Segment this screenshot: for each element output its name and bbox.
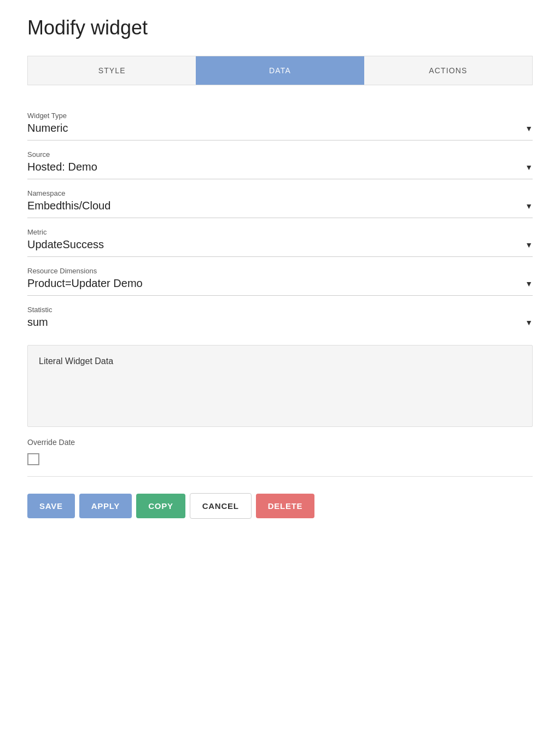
chevron-down-icon: ▼ — [525, 241, 533, 249]
action-buttons: SAVE APPLY COPY CANCEL DELETE — [27, 493, 533, 519]
literal-widget-box[interactable]: Literal Widget Data — [27, 345, 533, 427]
literal-widget-content — [39, 372, 521, 415]
override-date-label: Override Date — [27, 438, 533, 447]
widget-type-field: Widget Type Numeric ▼ — [27, 102, 533, 140]
widget-type-label: Widget Type — [27, 112, 533, 120]
widget-type-value: Numeric — [27, 122, 525, 134]
chevron-down-icon: ▼ — [525, 318, 533, 327]
cancel-button[interactable]: CANCEL — [190, 493, 252, 519]
namespace-field: Namespace Embedthis/Cloud ▼ — [27, 179, 533, 218]
resource-dimensions-value: Product=Updater Demo — [27, 277, 525, 290]
chevron-down-icon: ▼ — [525, 163, 533, 172]
metric-label: Metric — [27, 228, 533, 236]
delete-button[interactable]: DELETE — [256, 494, 315, 518]
namespace-select[interactable]: Embedthis/Cloud ▼ — [27, 200, 533, 212]
metric-field: Metric UpdateSuccess ▼ — [27, 218, 533, 257]
statistic-value: sum — [27, 316, 525, 329]
override-date-checkbox-wrapper — [27, 453, 533, 465]
resource-dimensions-field: Resource Dimensions Product=Updater Demo… — [27, 257, 533, 296]
source-select[interactable]: Hosted: Demo ▼ — [27, 161, 533, 173]
tab-data[interactable]: DATA — [196, 56, 364, 85]
metric-value: UpdateSuccess — [27, 238, 525, 251]
save-button[interactable]: SAVE — [27, 494, 75, 518]
chevron-down-icon: ▼ — [525, 279, 533, 288]
widget-type-select[interactable]: Numeric ▼ — [27, 122, 533, 134]
statistic-select[interactable]: sum ▼ — [27, 316, 533, 329]
statistic-field: Statistic sum ▼ — [27, 296, 533, 334]
literal-widget-section: Literal Widget Data — [27, 345, 533, 427]
tab-actions[interactable]: ACTIONS — [364, 56, 532, 85]
copy-button[interactable]: COPY — [136, 494, 185, 518]
page-title: Modify widget — [27, 16, 533, 39]
override-date-section: Override Date — [27, 438, 533, 477]
resource-dimensions-select[interactable]: Product=Updater Demo ▼ — [27, 277, 533, 290]
override-date-checkbox[interactable] — [27, 453, 39, 465]
namespace-value: Embedthis/Cloud — [27, 200, 525, 212]
form-section: Widget Type Numeric ▼ Source Hosted: Dem… — [27, 102, 533, 334]
source-label: Source — [27, 150, 533, 159]
chevron-down-icon: ▼ — [525, 202, 533, 210]
resource-dimensions-label: Resource Dimensions — [27, 267, 533, 275]
literal-widget-label: Literal Widget Data — [39, 356, 521, 366]
statistic-label: Statistic — [27, 306, 533, 314]
metric-select[interactable]: UpdateSuccess ▼ — [27, 238, 533, 251]
tab-bar: STYLE DATA ACTIONS — [27, 56, 533, 85]
source-field: Source Hosted: Demo ▼ — [27, 140, 533, 179]
chevron-down-icon: ▼ — [525, 124, 533, 133]
source-value: Hosted: Demo — [27, 161, 525, 173]
tab-style[interactable]: STYLE — [28, 56, 196, 85]
apply-button[interactable]: APPLY — [79, 494, 132, 518]
namespace-label: Namespace — [27, 189, 533, 197]
